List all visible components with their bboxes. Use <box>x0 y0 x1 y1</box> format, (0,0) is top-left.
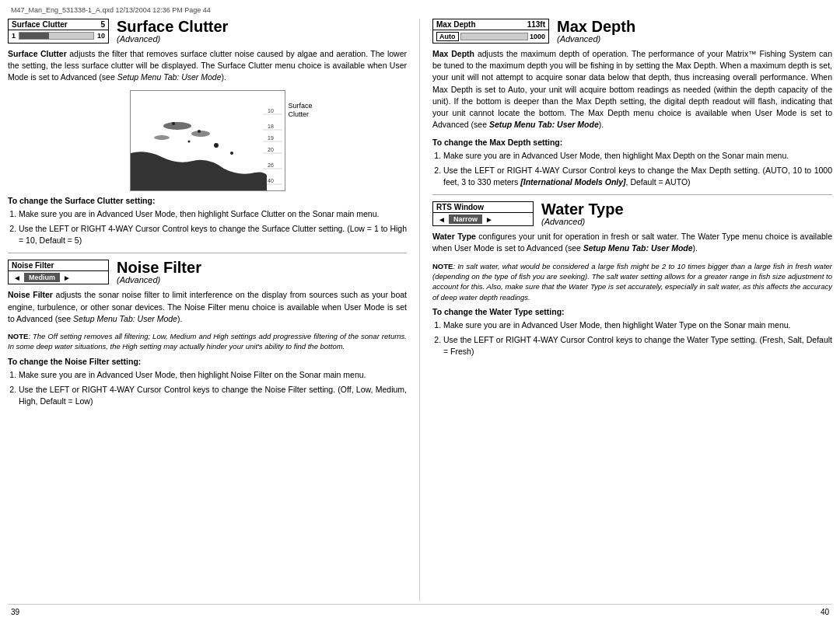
water-type-change-heading: To change the Water Type setting: <box>432 307 832 316</box>
rts-value: Narrow <box>449 215 482 224</box>
svg-text:20: 20 <box>268 147 274 152</box>
sonar-label: SurfaceClutter <box>289 102 334 120</box>
footer-page-right: 40 <box>821 608 829 616</box>
surface-clutter-top: Surface Clutter 5 <box>9 19 108 30</box>
water-type-body-bold: Water Type <box>432 232 476 241</box>
main-content: Surface Clutter 5 1 10 Surface Clutter (… <box>8 19 832 601</box>
auto-label: Auto <box>436 32 459 41</box>
surface-clutter-header: Surface Clutter 5 1 10 Surface Clutter (… <box>8 19 407 44</box>
noise-filter-left-arrow[interactable]: ◄ <box>12 274 23 282</box>
water-type-title-block: Water Type (Advanced) <box>541 201 624 226</box>
divider-2 <box>432 194 832 195</box>
noise-filter-subtitle: (Advanced) <box>117 275 201 284</box>
surface-clutter-subtitle: (Advanced) <box>117 34 228 44</box>
sonar-image: 26 ft <box>130 90 285 191</box>
noise-filter-top: Noise Filter <box>9 260 108 271</box>
noise-filter-note: NOTE: The Off setting removes all filter… <box>8 331 407 352</box>
max-depth-control: Max Depth 113ft Auto 1000 <box>432 19 549 44</box>
svg-point-15 <box>154 135 170 140</box>
max-depth-title: Max Depth <box>557 19 635 34</box>
max-depth-step-1: Make sure you are in Advanced User Mode,… <box>443 150 832 162</box>
water-type-body: Water Type configures your unit for oper… <box>432 231 832 254</box>
surface-clutter-label: Surface Clutter <box>12 20 68 29</box>
rts-left-arrow[interactable]: ◄ <box>436 215 447 224</box>
svg-text:18: 18 <box>268 124 274 129</box>
footer-page-left: 39 <box>11 608 19 616</box>
noise-filter-body-bold: Noise Filter <box>8 290 53 299</box>
max-depth-top: Max Depth 113ft <box>433 19 548 30</box>
rts-window-control: RTS Window ◄ Narrow ► <box>432 201 534 226</box>
max-depth-body-bold: Max Depth <box>432 49 474 58</box>
water-type-header: RTS Window ◄ Narrow ► Water Type (Advanc… <box>432 201 832 226</box>
max-depth-body: Max Depth adjusts the maximum depth of o… <box>432 48 832 131</box>
surface-clutter-steps: Make sure you are in Advanced User Mode,… <box>8 208 407 247</box>
rts-window-bottom: ◄ Narrow ► <box>433 213 533 225</box>
rts-window-label: RTS Window <box>436 203 484 211</box>
rts-right-arrow[interactable]: ► <box>484 215 495 224</box>
surface-clutter-value: 5 <box>100 20 105 29</box>
page-footer: 39 40 <box>8 604 832 616</box>
max-depth-slider[interactable] <box>460 33 528 40</box>
note-label: NOTE <box>8 332 28 340</box>
max-depth-value: 113ft <box>527 20 545 29</box>
max-depth-subtitle: (Advanced) <box>557 34 635 44</box>
svg-point-20 <box>187 140 190 142</box>
max-depth-header: Max Depth 113ft Auto 1000 Max Depth (Adv… <box>432 19 832 44</box>
max-depth-change-heading: To change the Max Depth setting: <box>432 138 832 147</box>
rts-window-top: RTS Window <box>433 202 533 213</box>
left-column: Surface Clutter 5 1 10 Surface Clutter (… <box>8 19 420 601</box>
surface-clutter-body-bold: Surface Clutter <box>8 49 67 58</box>
svg-text:10: 10 <box>268 108 274 113</box>
water-type-note-label: NOTE <box>432 262 453 270</box>
svg-text:40: 40 <box>268 178 274 183</box>
noise-filter-title-block: Noise Filter (Advanced) <box>117 260 201 284</box>
noise-filter-steps: Make sure you are in Advanced User Mode,… <box>8 369 407 408</box>
svg-point-14 <box>191 131 210 137</box>
svg-point-19 <box>230 152 233 155</box>
water-type-title: Water Type <box>541 201 624 217</box>
surface-clutter-step-2: Use the LEFT or RIGHT 4-WAY Cursor Contr… <box>19 223 407 246</box>
max-depth-label: Max Depth <box>436 20 476 29</box>
svg-point-18 <box>214 143 219 148</box>
water-type-steps: Make sure you are in Advanced User Mode,… <box>432 319 832 358</box>
header-left: M47_Man_Eng_531338-1_A.qxd 12/13/2004 12… <box>11 6 211 14</box>
water-type-step-2: Use the LEFT or RIGHT 4-WAY Cursor Contr… <box>443 334 832 358</box>
noise-filter-control: Noise Filter ◄ Medium ► <box>8 260 109 284</box>
noise-filter-right-arrow[interactable]: ► <box>61 274 72 282</box>
noise-filter-title: Noise Filter <box>117 260 201 275</box>
surface-clutter-bottom: 1 10 <box>9 30 108 41</box>
svg-point-13 <box>163 122 191 130</box>
svg-point-17 <box>198 130 201 133</box>
svg-text:26: 26 <box>268 162 274 168</box>
noise-filter-header: Noise Filter ◄ Medium ► Noise Filter (Ad… <box>8 260 407 284</box>
noise-filter-value: Medium <box>24 273 60 282</box>
noise-filter-body: Noise Filter adjusts the sonar noise fil… <box>8 289 407 325</box>
divider-1 <box>8 253 407 253</box>
right-column: Max Depth 113ft Auto 1000 Max Depth (Adv… <box>420 19 832 601</box>
sonar-image-area: 26 ft <box>8 90 407 191</box>
max-depth-bottom: Auto 1000 <box>433 30 548 43</box>
svg-point-16 <box>172 122 175 125</box>
surface-clutter-step-1: Make sure you are in Advanced User Mode,… <box>19 208 407 220</box>
surface-clutter-body: Surface Clutter adjusts the filter that … <box>8 48 407 84</box>
water-type-step-1: Make sure you are in Advanced User Mode,… <box>443 319 832 331</box>
surface-clutter-title-block: Surface Clutter (Advanced) <box>117 19 228 44</box>
water-type-note: NOTE: In salt water, what would be consi… <box>432 261 832 302</box>
sonar-svg: 10 18 19 20 26 40 <box>131 91 285 191</box>
water-type-subtitle: (Advanced) <box>541 217 624 226</box>
noise-filter-change-heading: To change the Noise Filter setting: <box>8 357 407 366</box>
max-depth-steps: Make sure you are in Advanced User Mode,… <box>432 150 832 189</box>
surface-clutter-change-heading: To change the Surface Clutter setting: <box>8 196 407 205</box>
surface-clutter-max: 10 <box>97 32 105 40</box>
surface-clutter-slider[interactable] <box>19 32 94 40</box>
max-depth-end: 1000 <box>530 33 545 40</box>
noise-filter-step-1: Make sure you are in Advanced User Mode,… <box>19 369 407 381</box>
noise-filter-label: Noise Filter <box>12 261 54 270</box>
max-depth-step-2: Use the LEFT or RIGHT 4-WAY Cursor Contr… <box>443 165 832 188</box>
page-wrapper: M47_Man_Eng_531338-1_A.qxd 12/13/2004 12… <box>0 0 840 621</box>
surface-clutter-title: Surface Clutter <box>117 19 228 34</box>
noise-filter-step-2: Use the LEFT or RIGHT 4-WAY Cursor Contr… <box>19 384 407 407</box>
max-depth-title-block: Max Depth (Advanced) <box>557 19 635 44</box>
page-header: M47_Man_Eng_531338-1_A.qxd 12/13/2004 12… <box>8 6 832 14</box>
svg-text:19: 19 <box>268 135 274 141</box>
